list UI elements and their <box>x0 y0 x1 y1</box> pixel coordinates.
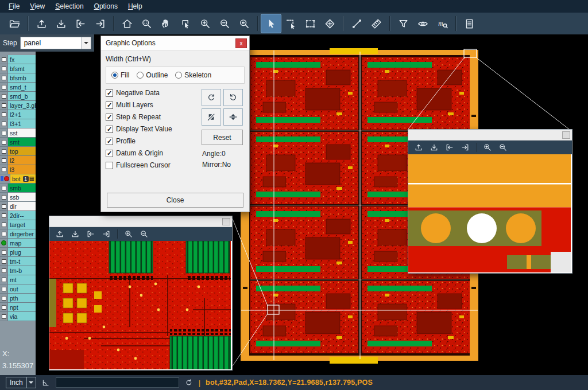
layer-row-smd_t[interactable]: smd_t <box>0 83 36 92</box>
layer-row-2dir--[interactable]: 2dir-- <box>0 211 36 220</box>
layer-visible-checkbox[interactable] <box>2 103 6 108</box>
layer-visible-checkbox[interactable] <box>2 204 6 209</box>
zoom-window-2[interactable] <box>408 129 572 274</box>
layer-row-sst[interactable]: sst <box>0 128 36 138</box>
layer-row-l3+1[interactable]: l3+1 <box>0 119 36 128</box>
checkbox-fullscreen-cursor[interactable]: Fullscreen Cursor <box>106 161 198 169</box>
tool-find-button[interactable]: m <box>432 14 452 33</box>
checkbox-box-icon[interactable] <box>106 162 113 169</box>
wtool-tray-down-button[interactable] <box>68 228 82 240</box>
menu-file[interactable]: File <box>3 1 25 12</box>
layer-visible-checkbox[interactable] <box>2 186 6 190</box>
tool-zoom-area-button[interactable] <box>137 14 156 33</box>
mirror-v-button[interactable] <box>223 108 243 126</box>
menu-view[interactable]: View <box>25 1 50 12</box>
layer-row-dirgerber[interactable]: dirgerber <box>0 229 36 239</box>
layer-row-via[interactable]: via <box>0 312 36 321</box>
zoom-view-2[interactable] <box>408 154 572 272</box>
tool-home-button[interactable] <box>117 14 137 33</box>
checkbox-display-text-value[interactable]: ✓Display Text Value <box>106 125 198 133</box>
layer-visible-checkbox[interactable] <box>2 296 6 301</box>
checkbox-profile[interactable]: ✓Profile <box>106 137 198 145</box>
tool-filter-button[interactable] <box>393 14 413 33</box>
radio-dot-icon[interactable] <box>137 72 144 79</box>
chevron-down-icon[interactable] <box>26 377 36 388</box>
tool-eye-button[interactable] <box>413 14 432 33</box>
layer-visible-checkbox[interactable] <box>2 131 6 135</box>
dialog-close-button[interactable]: x <box>235 38 247 48</box>
layer-visible-checkbox[interactable] <box>2 85 6 89</box>
layer-row-mt[interactable]: mt <box>0 275 36 284</box>
zoom-window-1[interactable] <box>49 216 233 370</box>
layer-row-smd_b[interactable]: smd_b <box>0 92 36 101</box>
zoom-view-1[interactable] <box>49 241 232 369</box>
layer-row-pth[interactable]: pth <box>0 294 36 303</box>
checkbox-box-icon[interactable]: ✓ <box>106 114 113 121</box>
layer-row-out[interactable]: out <box>0 284 36 294</box>
tool-open-button[interactable] <box>5 14 24 33</box>
wtool-zoom-out-button[interactable] <box>137 228 151 240</box>
close-button[interactable]: Close <box>107 193 243 208</box>
layer-row-top[interactable]: top <box>0 147 36 156</box>
checkbox-box-icon[interactable]: ✓ <box>106 126 113 133</box>
tool-tray-up-button[interactable] <box>32 14 51 33</box>
layer-visible-checkbox[interactable] <box>2 94 6 99</box>
layer-row-tm-b[interactable]: tm-b <box>0 266 36 275</box>
layer-visible-checkbox[interactable] <box>2 223 6 227</box>
command-input[interactable] <box>56 377 179 388</box>
layer-row-fx[interactable]: fx <box>0 55 36 64</box>
wtool-tray-up-button[interactable] <box>53 228 67 240</box>
tool-tray-left-button[interactable] <box>71 14 90 33</box>
tool-zoom-out-button[interactable] <box>215 14 234 33</box>
checkbox-box-icon[interactable]: ✓ <box>106 89 113 97</box>
unit-select[interactable]: Inch <box>6 377 36 388</box>
dialog-titlebar[interactable]: Graphic Options x <box>101 36 249 50</box>
menu-options[interactable]: Options <box>89 1 123 12</box>
zoom-window-2-titlebar[interactable] <box>408 130 572 141</box>
layer-visible-checkbox[interactable] <box>2 314 6 319</box>
layer-row-dir[interactable]: dir <box>0 202 36 211</box>
layer-row-tm-t[interactable]: tm-t <box>0 257 36 266</box>
window-control-icon[interactable] <box>222 218 230 225</box>
wtool-zoom-in-button[interactable] <box>481 142 494 153</box>
menu-help[interactable]: Help <box>123 1 148 12</box>
radio-dot-icon[interactable] <box>175 72 182 79</box>
radio-fill[interactable]: Fill <box>111 71 129 79</box>
reset-button[interactable]: Reset <box>202 130 243 145</box>
step-combobox[interactable]: panel <box>20 37 91 49</box>
tool-tray-down-button[interactable] <box>51 14 71 33</box>
layer-visible-checkbox[interactable] <box>2 259 6 264</box>
layer-row-target[interactable]: target <box>0 220 36 229</box>
active-layer-dot-icon[interactable] <box>4 176 9 181</box>
layer-visible-checkbox[interactable] <box>2 268 6 273</box>
layer-visible-checkbox[interactable] <box>2 167 6 172</box>
wtool-zoom-out-button[interactable] <box>496 142 510 153</box>
layer-visible-checkbox[interactable] <box>2 76 6 80</box>
layer-visible-checkbox[interactable] <box>2 305 6 310</box>
tool-select-page-button[interactable] <box>176 14 195 33</box>
rotate-cw-button[interactable] <box>202 89 221 106</box>
layer-visible-checkbox[interactable] <box>2 250 6 255</box>
layer-state-dot-icon[interactable] <box>1 240 6 245</box>
radio-dot-icon[interactable] <box>111 72 118 79</box>
layer-visible-checkbox[interactable] <box>2 287 6 291</box>
wtool-tray-left-button[interactable] <box>84 228 98 240</box>
radio-outline[interactable]: Outline <box>137 71 168 79</box>
tool-pointer-button[interactable] <box>261 14 281 33</box>
radio-skeleton[interactable]: Skeleton <box>175 71 211 79</box>
layer-visible-checkbox[interactable] <box>2 57 6 62</box>
layer-visible-checkbox[interactable] <box>2 112 6 117</box>
wtool-tray-left-button[interactable] <box>443 142 457 153</box>
wtool-tray-right-button[interactable] <box>458 142 472 153</box>
apply-refresh-icon[interactable] <box>184 378 194 387</box>
tool-select-rect-button[interactable] <box>281 14 300 33</box>
wtool-tray-down-button[interactable] <box>427 142 441 153</box>
layer-visible-checkbox[interactable] <box>2 232 6 236</box>
chevron-down-icon[interactable] <box>81 37 91 49</box>
tool-zoom-in-button[interactable] <box>195 14 215 33</box>
layer-visible-checkbox[interactable] <box>2 67 6 71</box>
tool-ruler-button[interactable] <box>366 14 386 33</box>
layer-row-smt[interactable]: smt <box>0 138 36 147</box>
layer-visible-checkbox[interactable] <box>2 213 6 218</box>
layer-visible-checkbox[interactable] <box>2 278 6 282</box>
